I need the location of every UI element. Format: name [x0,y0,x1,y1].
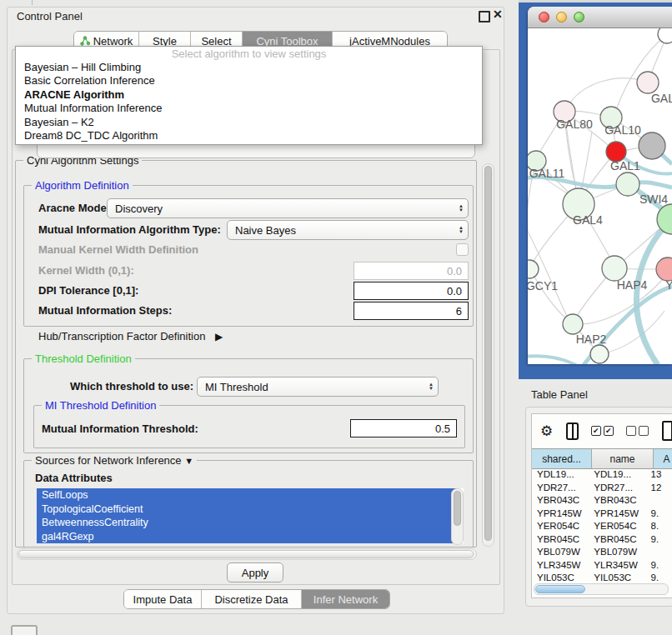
aracne-mode-label: Aracne Mode: [38,202,110,214]
control-panel-title: Control Panel [17,10,83,22]
mi-threshold-label: Mutual Information Threshold: [42,422,198,435]
attributes-list-scrollbar[interactable] [451,488,464,545]
column-header-shared[interactable]: shared... [532,449,592,468]
table-toolbar: ⚙ ✔ ✔ [532,414,672,448]
network-node-hap4[interactable] [602,256,627,281]
table-header-row: shared...nameA [532,448,672,469]
tab-discretize-data[interactable]: Discretize Data [202,590,302,608]
network-node-gcy1[interactable] [528,260,539,278]
combo-arrows-icon: ▲▼ [459,226,464,234]
column-header-a[interactable]: A [654,449,672,468]
table-cell: 9. [648,508,672,521]
network-node-big-gray[interactable] [639,132,665,159]
apply-button[interactable]: Apply [227,562,283,582]
table-cell: YDR27... [589,482,647,495]
table-cell: YPR145W [532,508,589,521]
node-label-hap4: HAP4 [617,278,648,292]
node-label-swi4: SWI4 [639,192,668,206]
tab-impute-data[interactable]: Impute Data [124,590,202,608]
node-label-gal80: GAL80 [556,118,593,131]
network-node-pink-right[interactable] [656,258,672,281]
dpi-tolerance-field[interactable]: 0.0 [354,282,469,300]
hub-definition-expander[interactable]: Hub/Transcription Factor Definition ▶ [38,330,223,342]
mi-algorithm-type-combobox[interactable]: Naive Bayes ▲▼ [227,220,469,240]
tab-infer-network[interactable]: Infer Network [302,590,389,608]
table-cell: YER054C [532,520,589,533]
manual-kernel-checkbox[interactable] [456,243,469,256]
table-cell: 8. [648,520,672,533]
table-row[interactable]: YDR27...YDR27...12 [532,482,672,495]
attribute-item-betweennesscentrality[interactable]: BetweennessCentrality [37,516,457,530]
table-row[interactable]: YER054CYER054C8. [532,520,672,533]
which-threshold-label: Which threshold to use: [70,380,193,392]
combo-arrows-icon: ▲▼ [429,382,434,391]
network-node-top-partial[interactable] [658,28,672,43]
document-icon[interactable] [662,421,672,441]
aracne-mode-value: Discovery [115,202,163,215]
attribute-item-topologicalcoefficient[interactable]: TopologicalCoefficient [37,502,457,517]
node-label-gal4: GAL4 [573,213,603,227]
table-cell: YLR345W [532,559,589,572]
table-cell: YER054C [589,520,647,533]
node-label-gal: GAL [651,92,672,105]
mi-threshold-field[interactable]: 0.5 [350,419,457,438]
table-cell: 12 [648,482,672,495]
expand-arrow-icon[interactable]: ▶ [215,331,223,342]
checked-box-icon: ✔ [604,426,614,436]
algorithm-dropdown-placeholder[interactable]: Select algorithm to view settings [16,47,482,61]
attribute-item-selfloops[interactable]: SelfLoops [37,488,457,502]
table-cell [648,546,672,559]
close-panel-icon[interactable]: ✕ [493,8,503,21]
network-node-bottom-small[interactable] [590,345,609,363]
collapse-arrow-icon[interactable]: ▼ [184,456,193,466]
algorithm-option-basic-correlation-inference[interactable]: Basic Correlation Inference [16,74,482,88]
column-header-name[interactable]: name [592,449,654,468]
table-row[interactable]: YBR043CYBR043C [532,494,672,508]
data-attributes-list[interactable]: SelfLoopsTopologicalCoefficientBetweenne… [37,488,464,543]
minimize-window-icon[interactable] [556,12,567,22]
table-row[interactable]: YBL079WYBL079W [532,546,672,559]
settings-horizontal-scrollbar[interactable] [17,548,477,560]
network-window-titlebar[interactable] [528,7,672,28]
which-threshold-combobox[interactable]: MI Threshold ▲▼ [197,377,439,397]
table-row[interactable]: YBR045CYBR045C9. [532,533,672,547]
float-panel-icon[interactable] [479,11,490,22]
algorithm-dropdown[interactable]: Select algorithm to view settings Bayesi… [15,46,483,145]
close-window-icon[interactable] [539,12,549,22]
kernel-width-field[interactable]: 0.0 [354,262,469,280]
algorithm-option-dream8-dc-tdc-algorithm[interactable]: Dream8 DC_TDC Algorithm [16,129,482,142]
network-node-hap2[interactable] [563,314,583,334]
settings-vertical-scrollbar[interactable] [482,163,494,547]
table-browser: ⚙ ✔ ✔ shared...nameA YDL19...YDL19...13Y… [531,413,672,598]
split-columns-icon[interactable] [566,422,578,440]
network-canvas[interactable]: GALGAL80GAL10GAL1GAL11SWI4GAL4GCY1HAP4YH… [528,28,672,364]
algorithm-option-bayesian-k2[interactable]: Bayesian – K2 [16,116,482,129]
bottom-tab-bar: Impute DataDiscretize DataInfer Network [123,589,390,609]
node-label-gal10: GAL10 [604,123,641,137]
algorithm-option-bayesian-hill-climbing[interactable]: Bayesian – Hill Climbing [16,61,482,74]
attribute-item-gal4rgexp[interactable]: gal4RGexp [37,530,457,544]
table-row[interactable]: YDL19...YDL19...13 [532,468,672,482]
mi-steps-field[interactable]: 6 [354,302,469,320]
network-node-swi4[interactable] [616,172,639,196]
network-node-gal-right[interactable] [637,72,659,93]
table-panel-title: Table Panel [531,388,588,401]
network-window: GALGAL80GAL10GAL1GAL11SWI4GAL4GCY1HAP4YH… [528,7,672,364]
table-row[interactable]: YPR145WYPR145W9. [532,508,672,521]
bottom-left-chip [11,625,38,635]
algorithm-option-list: Bayesian – Hill ClimbingBasic Correlatio… [16,61,482,142]
show-all-columns-button[interactable]: ✔ ✔ [591,426,614,436]
algorithm-option-aracne-algorithm[interactable]: ARACNE Algorithm [16,88,482,102]
table-row[interactable]: YIL053CYIL053C9. [532,572,672,583]
kernel-width-label: Kernel Width (0,1): [38,264,134,277]
network-node-labels: GALGAL80GAL10GAL1GAL11SWI4GAL4GCY1HAP4YH… [528,92,672,346]
table-row[interactable]: YLR345WYLR345W9. [532,559,672,572]
aracne-mode-combobox[interactable]: Discovery ▲▼ [107,198,469,218]
algorithm-option-mutual-information-inference[interactable]: Mutual Information Inference [16,102,482,115]
top-strip [519,0,672,2]
hide-all-columns-button[interactable] [626,426,649,436]
table-horizontal-scrollbar[interactable] [534,583,669,595]
node-label-hap2: HAP2 [576,332,607,346]
gear-icon[interactable]: ⚙ [540,422,553,440]
zoom-window-icon[interactable] [574,12,584,22]
